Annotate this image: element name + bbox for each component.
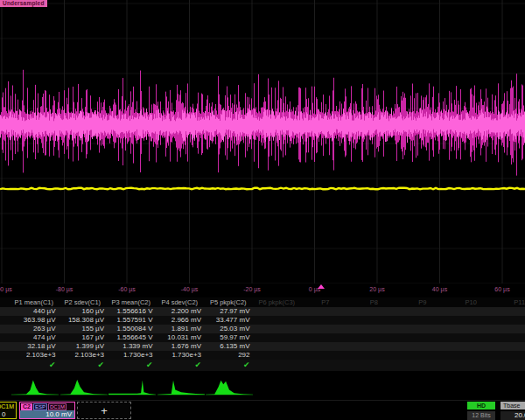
hd-bits-label: 12 Bits [467,411,495,420]
time-axis-tick: 20 µs [369,286,384,292]
status-check-icon: ✔ [49,360,56,370]
measurement-column: P3 mean(C2)1.556616 V1.557591 V1.550084 … [107,298,156,371]
measurement-column: P4 sdev(C2)2.200 mV2.966 mV1.891 mV10.03… [156,298,205,371]
measurement-column: P11 [495,298,525,371]
descriptor-bar: DC1M 0 mV C2 ESP DC1M 10.0 mV + HD 12 Bi… [0,400,525,420]
measurement-value: 2.103e+3 [10,351,56,360]
channel-c1-descriptor[interactable]: DC1M 0 mV [0,402,17,419]
parameter-histicon[interactable] [205,376,254,397]
parameter-histicon[interactable] [108,376,157,397]
time-axis: -100 µs-80 µs-60 µs-40 µs-20 µs0 µs20 µs… [0,284,525,297]
status-check-icon: ✔ [243,360,250,370]
measurement-value: 167 µV [59,333,105,342]
time-axis-tick: -40 µs [181,286,199,292]
time-axis-tick: -80 µs [56,286,74,292]
measurement-value: 25.03 mV [204,325,250,333]
time-axis-tick: 40 µs [432,286,447,292]
measurement-column: P1 mean(C1)440 µV363.98 µV263 µV474 µV32… [10,298,59,371]
undersampled-indicator: Undersampled [0,0,47,7]
parameter-histicon[interactable] [157,376,206,397]
measurement-value: 32.18 µV [10,342,56,351]
measurement-value: 27.97 mV [204,307,250,316]
status-check-icon: ✔ [194,360,201,370]
histicon-strip [0,376,525,399]
time-axis-tick: -20 µs [243,286,261,292]
measurement-value: 1.891 mV [156,325,202,333]
measurement-table: P1 mean(C1)440 µV363.98 µV263 µV474 µV32… [0,298,525,371]
measurement-value: 33.477 mV [204,316,250,325]
parameter-header[interactable]: P1 mean(C1) [10,298,59,307]
c1-coupling-label: DC1M [0,402,14,410]
c1-volts-per-div: 0 mV [2,410,16,419]
measurement-value: 10.031 mV [156,333,202,342]
add-trace-button[interactable]: + [77,402,131,419]
timebase-value: 20.0 [500,411,525,420]
time-axis-tick: -100 µs [0,286,12,292]
time-axis-tick: 60 µs [494,286,509,292]
parameter-header[interactable]: P7 [301,298,350,307]
c2-badge-row: C2 ESP DC1M [20,402,74,410]
status-check-icon: ✔ [146,360,153,370]
measurement-column: P10 [447,298,496,371]
measurement-value: 1.550084 V [107,325,153,333]
measurement-value: 292 [204,351,250,360]
measurement-value: 155 µV [59,325,105,333]
parameter-header[interactable]: P8 [350,298,399,307]
waveform-traces [0,0,525,284]
waveform-grid-area[interactable]: Undersampled [0,0,525,284]
measurement-value: 263 µV [10,325,56,333]
trigger-position-marker[interactable] [318,284,325,289]
measurement-value: 1.399 µV [59,342,105,351]
oscilloscope-screen: Undersampled -100 µs-80 µs-60 µs-40 µs-2… [0,0,525,420]
parameter-header[interactable]: P11 [495,298,525,307]
measurement-column: P2 sdev(C1)160 µV158.308 µV155 µV167 µV1… [59,298,108,371]
channel-c2-descriptor[interactable]: C2 ESP DC1M 10.0 mV [19,402,75,419]
measurement-value: 1.557591 V [107,316,153,325]
parameter-header[interactable]: P3 mean(C2) [107,298,156,307]
measurement-value: 1.339 mV [107,342,153,351]
measurement-value: 440 µV [10,307,56,316]
parameter-histicon[interactable] [60,376,108,397]
parameter-header[interactable]: P10 [447,298,496,307]
c2-esp-badge: ESP [33,403,47,410]
parameter-header[interactable]: P6 pkpk(C3) [253,298,302,307]
measurement-column: P7 [301,298,350,371]
measurement-column: P9 [398,298,447,371]
c2-name-badge: C2 [21,403,32,410]
measurement-value: 2.103e+3 [59,351,105,360]
c2-volts-per-div: 10.0 mV [20,410,74,418]
parameter-header[interactable]: P5 pkpk(C2) [204,298,253,307]
measurement-value: 1.730e+3 [107,351,153,360]
measurement-value: 474 µV [10,333,56,342]
parameter-histicon[interactable] [10,376,60,397]
measurement-value: 6.135 mV [204,342,250,351]
parameter-header[interactable]: P4 sdev(C2) [156,298,205,307]
c2-coupling-badge: DC1M [48,403,66,410]
measurement-column: P6 pkpk(C3) [253,298,302,371]
measurement-value: 1.730e+3 [156,351,202,360]
measurement-value: 2.200 mV [156,307,202,316]
measurement-value: 1.556616 V [107,307,153,316]
measurement-value: 363.98 µV [10,316,56,325]
measurement-value: 1.556645 V [107,333,153,342]
hd-mode-badge[interactable]: HD [467,402,495,410]
measurement-value: 158.308 µV [59,316,105,325]
time-axis-tick: -60 µs [118,286,136,292]
measurement-value: 2.966 mV [156,316,202,325]
status-check-icon: ✔ [97,360,104,370]
parameter-header[interactable]: P9 [398,298,447,307]
parameter-header[interactable]: P2 sdev(C1) [59,298,108,307]
measurement-value: 160 µV [59,307,105,316]
timebase-descriptor[interactable]: Tbase [500,402,525,410]
measurement-column: P5 pkpk(C2)27.97 mV33.477 mV25.03 mV59.9… [204,298,253,371]
measurement-column: P8 [350,298,399,371]
measurement-value: 1.676 mV [156,342,202,351]
measurement-value: 59.97 mV [204,333,250,342]
